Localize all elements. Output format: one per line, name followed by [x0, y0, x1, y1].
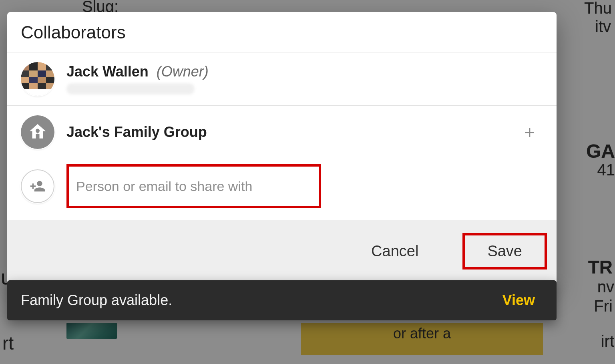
collaborators-dialog: Collaborators Jack Wallen (Owner) Jack's… [7, 12, 557, 286]
family-group-name: Jack's Family Group [66, 124, 510, 141]
add-group-button[interactable]: + [523, 121, 537, 144]
dialog-title: Collaborators [21, 22, 543, 42]
owner-role: (Owner) [157, 63, 209, 80]
bg-fragment: 41 [597, 161, 615, 179]
snackbar: Family Group available. View [7, 280, 557, 320]
snackbar-message: Family Group available. [21, 292, 172, 309]
person-add-icon [21, 169, 54, 203]
bg-fragment: TR [588, 256, 613, 278]
owner-name-line: Jack Wallen (Owner) [66, 63, 537, 80]
share-input-highlight [66, 164, 321, 208]
snackbar-view-button[interactable]: View [500, 292, 537, 309]
bg-fragment: itv [595, 18, 611, 36]
bg-fragment: GA [586, 140, 615, 162]
bg-fragment: irt [601, 332, 614, 350]
cancel-button[interactable]: Cancel [355, 235, 434, 267]
dialog-body: Jack Wallen (Owner) Jack's Family Group … [7, 52, 557, 220]
family-group-icon [21, 115, 54, 149]
share-input[interactable] [75, 178, 312, 195]
bg-fragment: rt [2, 332, 14, 354]
owner-email-redacted [66, 83, 195, 95]
bg-thumbnail [66, 323, 117, 339]
share-row [7, 159, 557, 220]
bg-fragment: Thu [584, 0, 612, 17]
bg-yellow-note: or after a [301, 323, 543, 355]
bg-yellow-text: or after a [393, 325, 451, 342]
save-button[interactable]: Save [462, 233, 547, 269]
bg-fragment: nv [597, 278, 614, 296]
owner-name: Jack Wallen [66, 63, 149, 80]
bg-fragment: Fri [594, 297, 613, 315]
owner-avatar [21, 62, 54, 96]
dialog-footer: Cancel Save [7, 220, 557, 286]
owner-row: Jack Wallen (Owner) [7, 52, 557, 105]
family-group-row[interactable]: Jack's Family Group + [7, 105, 557, 159]
dialog-header: Collaborators [7, 12, 557, 52]
